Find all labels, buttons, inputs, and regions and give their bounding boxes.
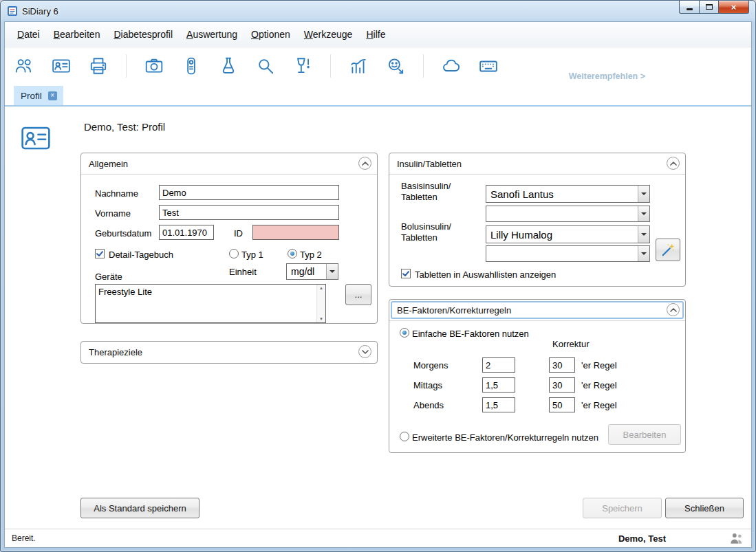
- basisinsulin2-select[interactable]: [486, 206, 650, 222]
- recommend-link[interactable]: Weiterempfehlen >: [569, 71, 645, 81]
- einheit-select[interactable]: mg/dl: [286, 263, 338, 280]
- vorname-label: Vorname: [95, 208, 131, 219]
- camera-button[interactable]: [144, 56, 164, 76]
- collapse-insulin-button[interactable]: [667, 157, 680, 170]
- search-icon: [256, 56, 275, 76]
- patients-button[interactable]: [14, 56, 34, 76]
- minimize-button[interactable]: [679, 1, 699, 14]
- typ2-radio[interactable]: [288, 249, 297, 258]
- menu-item-datei[interactable]: Datei: [10, 26, 47, 43]
- geraete-textarea[interactable]: Freestyle Lite: [96, 285, 316, 322]
- close-icon: ×: [731, 1, 737, 13]
- geraete-field: Freestyle Lite ▲ ▼: [95, 284, 326, 323]
- status-text: Bereit.: [12, 533, 36, 543]
- titlebar[interactable]: SiDiary 6 ×: [1, 1, 755, 21]
- detail-tagebuch-checkbox[interactable]: [95, 249, 105, 258]
- tabletten-anzeigen-checkbox[interactable]: [401, 269, 411, 278]
- menubar: Datei Bearbeiten Diabetesprofil Auswertu…: [5, 22, 751, 47]
- group-befaktoren-header: BE-Faktoren/Korrekturregeln: [389, 300, 685, 321]
- abends-korrektur-input[interactable]: [549, 397, 575, 412]
- einfache-befaktoren-radio[interactable]: [400, 328, 409, 338]
- maximize-button[interactable]: [699, 1, 718, 14]
- lab-button[interactable]: [219, 56, 238, 76]
- vorname-input[interactable]: [159, 205, 339, 220]
- als-standard-speichern-button[interactable]: Als Standard speichern: [80, 498, 199, 518]
- profile-button[interactable]: [52, 56, 71, 76]
- check-icon: [96, 251, 103, 257]
- menu-item-auswertung[interactable]: Auswertung: [180, 26, 244, 43]
- typ1-label: Typ 1: [241, 250, 263, 260]
- geraete-more-button[interactable]: ...: [345, 284, 371, 305]
- menu-item-werkzeuge[interactable]: Werkzeuge: [297, 26, 360, 43]
- erweiterte-befaktoren-label: Erweiterte BE-Faktoren/Korrekturregeln n…: [412, 432, 598, 443]
- lab-flask-icon: [219, 56, 238, 76]
- speichern-button: Speichern: [583, 498, 662, 518]
- group-insulin-header: Insulin/Tabletten: [389, 153, 685, 175]
- nachname-label: Nachname: [95, 188, 138, 199]
- morgens-korrektur-input[interactable]: [549, 357, 575, 373]
- window-title: SiDiary 6: [22, 6, 58, 16]
- scroll-up-icon[interactable]: ▲: [319, 285, 323, 291]
- einheit-value: mg/dl: [287, 264, 326, 279]
- patients-icon: [14, 56, 34, 76]
- content: Demo, Test: Profil Allgemein Nachname Vo…: [5, 107, 751, 529]
- einheit-label: Einheit: [229, 267, 257, 277]
- close-button[interactable]: ×: [718, 1, 749, 14]
- mittags-be-input[interactable]: [482, 377, 515, 393]
- detail-tagebuch-label: Detail-Tagebuch: [109, 250, 173, 260]
- bolusinsulin2-select[interactable]: [486, 245, 650, 262]
- nachname-input[interactable]: [159, 185, 339, 200]
- bolusinsulin-select[interactable]: Lilly Humalog: [486, 225, 650, 243]
- window-controls: ×: [679, 1, 749, 14]
- print-button[interactable]: [89, 56, 108, 76]
- collapse-befaktoren-button[interactable]: [667, 303, 680, 316]
- erweiterte-befaktoren-radio[interactable]: [400, 432, 409, 441]
- abends-be-input[interactable]: [482, 397, 515, 412]
- menu-item-diabetesprofil[interactable]: Diabetesprofil: [107, 26, 180, 43]
- chevron-up-icon: [670, 162, 677, 166]
- basisinsulin-value: Sanofi Lantus: [486, 186, 638, 202]
- statusbar: Bereit. Demo, Test: [5, 529, 751, 547]
- device-button[interactable]: [182, 56, 201, 76]
- cloud-icon: [442, 56, 461, 76]
- expand-therapieziele-button[interactable]: [358, 345, 371, 358]
- menu-item-bearbeiten[interactable]: Bearbeiten: [47, 26, 107, 43]
- basisinsulin-select[interactable]: Sanofi Lantus: [486, 185, 650, 203]
- minimize-icon: [687, 8, 693, 10]
- tabbar: Profil ×: [5, 85, 751, 107]
- statistics-button[interactable]: [349, 56, 368, 76]
- app-icon: [7, 5, 18, 16]
- insulin-wizard-button[interactable]: [656, 239, 680, 261]
- morgens-label: Morgens: [413, 360, 449, 371]
- abends-regel-label: 'er Regel: [581, 400, 617, 410]
- morgens-be-input[interactable]: [482, 357, 515, 373]
- page-title: Demo, Test: Profil: [84, 121, 165, 133]
- group-therapieziele: Therapieziele: [80, 341, 378, 364]
- id-label: ID: [234, 228, 243, 239]
- geraete-scrollbar[interactable]: ▲ ▼: [316, 285, 325, 322]
- statistics-icon: [349, 56, 368, 76]
- search-button[interactable]: [256, 56, 275, 76]
- collapse-allgemein-button[interactable]: [358, 157, 371, 170]
- geburtsdatum-input[interactable]: [159, 225, 214, 240]
- app-window: SiDiary 6 × Datei Bearbeiten Diabetespro…: [0, 0, 756, 552]
- menu-item-optionen[interactable]: Optionen: [244, 26, 297, 43]
- id-input[interactable]: [252, 225, 339, 240]
- keyboard-button[interactable]: [479, 56, 498, 76]
- maximize-icon: [706, 4, 713, 10]
- tabletten-anzeigen-label: Tabletten in Auswahllisten anzeigen: [415, 269, 556, 280]
- mittags-label: Mittags: [413, 380, 442, 390]
- tab-profil-label: Profil: [21, 91, 42, 101]
- group-befaktoren-title: BE-Faktoren/Korrekturregeln: [397, 305, 511, 316]
- tab-profil[interactable]: Profil ×: [14, 86, 63, 105]
- wellbeing-button[interactable]: [386, 56, 405, 76]
- mittags-korrektur-input[interactable]: [549, 377, 575, 393]
- toolbar-separator: [126, 54, 127, 78]
- menu-item-hilfe[interactable]: Hilfe: [359, 26, 392, 43]
- nutrition-button[interactable]: [293, 56, 312, 76]
- typ1-radio[interactable]: [229, 249, 239, 258]
- scroll-down-icon[interactable]: ▼: [319, 316, 323, 322]
- tab-close-icon[interactable]: ×: [48, 91, 57, 100]
- schliessen-button[interactable]: Schließen: [665, 498, 744, 518]
- online-button[interactable]: [442, 56, 461, 76]
